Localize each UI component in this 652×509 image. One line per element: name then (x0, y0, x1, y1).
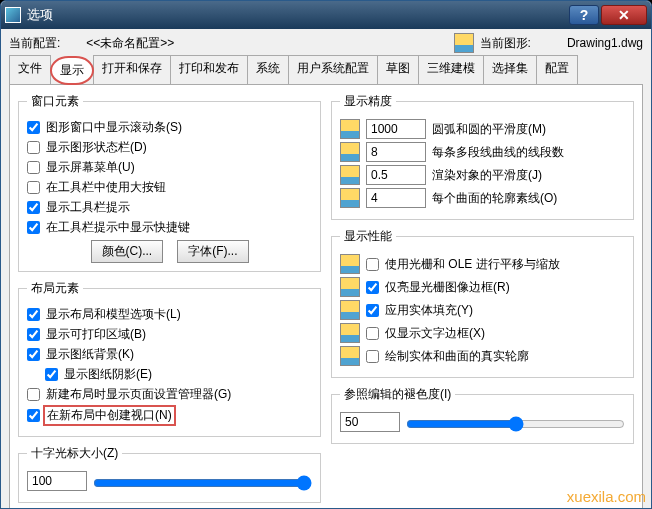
tab-system[interactable]: 系统 (247, 55, 289, 84)
tab-user[interactable]: 用户系统配置 (288, 55, 378, 84)
pan-label: 使用光栅和 OLE 进行平移与缩放 (385, 256, 560, 273)
layout-elements-legend: 布局元素 (27, 280, 83, 297)
precision-icon (340, 165, 360, 185)
window-title: 选项 (27, 6, 567, 24)
scrollbars-checkbox[interactable] (27, 121, 40, 134)
tooltip-checkbox[interactable] (27, 201, 40, 214)
shortcut-checkbox[interactable] (27, 221, 40, 234)
layout-elements-group: 布局元素 显示布局和模型选项卡(L) 显示可打印区域(B) 显示图纸背景(K) … (18, 280, 321, 437)
precision-icon (340, 142, 360, 162)
tab-select[interactable]: 选择集 (483, 55, 537, 84)
fade-group: 参照编辑的褪色度(I) (331, 386, 634, 444)
tab-open-save[interactable]: 打开和保存 (93, 55, 171, 84)
statusbar-label: 显示图形状态栏(D) (46, 139, 147, 156)
silhouette-checkbox[interactable] (366, 350, 379, 363)
frame-label: 仅亮显光栅图像边框(R) (385, 279, 510, 296)
layout-tabs-checkbox[interactable] (27, 308, 40, 321)
performance-group: 显示性能 使用光栅和 OLE 进行平移与缩放 仅亮显光栅图像边框(R) 应用实体… (331, 228, 634, 378)
papershadow-checkbox[interactable] (45, 368, 58, 381)
segments-label: 每条多段线曲线的线段数 (432, 144, 564, 161)
tab-display[interactable]: 显示 (50, 56, 94, 85)
fade-input[interactable] (340, 412, 400, 432)
colors-button[interactable]: 颜色(C)... (91, 240, 164, 263)
frame-checkbox[interactable] (366, 281, 379, 294)
crosshair-group: 十字光标大小(Z) (18, 445, 321, 503)
surface-input[interactable] (366, 188, 426, 208)
printable-checkbox[interactable] (27, 328, 40, 341)
tab-3d[interactable]: 三维建模 (418, 55, 484, 84)
arc-label: 圆弧和圆的平滑度(M) (432, 121, 546, 138)
pan-checkbox[interactable] (366, 258, 379, 271)
shortcut-label: 在工具栏提示中显示快捷键 (46, 219, 190, 236)
help-button[interactable]: ? (569, 5, 599, 25)
crosshair-input[interactable] (27, 471, 87, 491)
viewport-checkbox[interactable] (27, 409, 40, 422)
tab-draft[interactable]: 草图 (377, 55, 419, 84)
current-config-label: 当前配置: (9, 35, 60, 52)
title-bar: 选项 ? ✕ (1, 1, 651, 29)
papershadow-label: 显示图纸阴影(E) (64, 366, 152, 383)
render-input[interactable] (366, 165, 426, 185)
performance-legend: 显示性能 (340, 228, 396, 245)
viewport-label: 在新布局中创建视口(N) (43, 405, 176, 426)
paperbg-label: 显示图纸背景(K) (46, 346, 134, 363)
textframe-checkbox[interactable] (366, 327, 379, 340)
fonts-button[interactable]: 字体(F)... (177, 240, 248, 263)
statusbar-checkbox[interactable] (27, 141, 40, 154)
precision-legend: 显示精度 (340, 93, 396, 110)
pagesetup-checkbox[interactable] (27, 388, 40, 401)
fade-slider[interactable] (406, 416, 625, 432)
watermark: xuexila.com (567, 488, 646, 505)
current-config-value: <<未命名配置>> (86, 35, 174, 52)
precision-icon (340, 188, 360, 208)
paperbg-checkbox[interactable] (27, 348, 40, 361)
bigbuttons-label: 在工具栏中使用大按钮 (46, 179, 166, 196)
window-elements-group: 窗口元素 图形窗口中显示滚动条(S) 显示图形状态栏(D) 显示屏幕菜单(U) … (18, 93, 321, 272)
render-label: 渲染对象的平滑度(J) (432, 167, 542, 184)
layout-tabs-label: 显示布局和模型选项卡(L) (46, 306, 181, 323)
precision-group: 显示精度 圆弧和圆的平滑度(M) 每条多段线曲线的线段数 渲染对象的平滑度(J)… (331, 93, 634, 220)
drawing-icon (454, 33, 474, 53)
scrollbars-label: 图形窗口中显示滚动条(S) (46, 119, 182, 136)
fill-label: 应用实体填充(Y) (385, 302, 473, 319)
screenmenu-label: 显示屏幕菜单(U) (46, 159, 135, 176)
current-drawing-value: Drawing1.dwg (567, 36, 643, 50)
tab-config[interactable]: 配置 (536, 55, 578, 84)
tab-bar: 文件 显示 打开和保存 打印和发布 系统 用户系统配置 草图 三维建模 选择集 … (9, 55, 643, 85)
textframe-label: 仅显示文字边框(X) (385, 325, 485, 342)
tab-print[interactable]: 打印和发布 (170, 55, 248, 84)
arc-input[interactable] (366, 119, 426, 139)
fill-checkbox[interactable] (366, 304, 379, 317)
perf-icon (340, 254, 360, 274)
segments-input[interactable] (366, 142, 426, 162)
perf-icon (340, 277, 360, 297)
fade-legend: 参照编辑的褪色度(I) (340, 386, 455, 403)
current-drawing-label: 当前图形: (480, 35, 531, 52)
precision-icon (340, 119, 360, 139)
tooltip-label: 显示工具栏提示 (46, 199, 130, 216)
perf-icon (340, 323, 360, 343)
perf-icon (340, 300, 360, 320)
app-icon (5, 7, 21, 23)
window-elements-legend: 窗口元素 (27, 93, 83, 110)
tab-file[interactable]: 文件 (9, 55, 51, 84)
silhouette-label: 绘制实体和曲面的真实轮廓 (385, 348, 529, 365)
screenmenu-checkbox[interactable] (27, 161, 40, 174)
crosshair-legend: 十字光标大小(Z) (27, 445, 122, 462)
crosshair-slider[interactable] (93, 475, 312, 491)
close-button[interactable]: ✕ (601, 5, 647, 25)
surface-label: 每个曲面的轮廓素线(O) (432, 190, 557, 207)
bigbuttons-checkbox[interactable] (27, 181, 40, 194)
perf-icon (340, 346, 360, 366)
pagesetup-label: 新建布局时显示页面设置管理器(G) (46, 386, 231, 403)
printable-label: 显示可打印区域(B) (46, 326, 146, 343)
